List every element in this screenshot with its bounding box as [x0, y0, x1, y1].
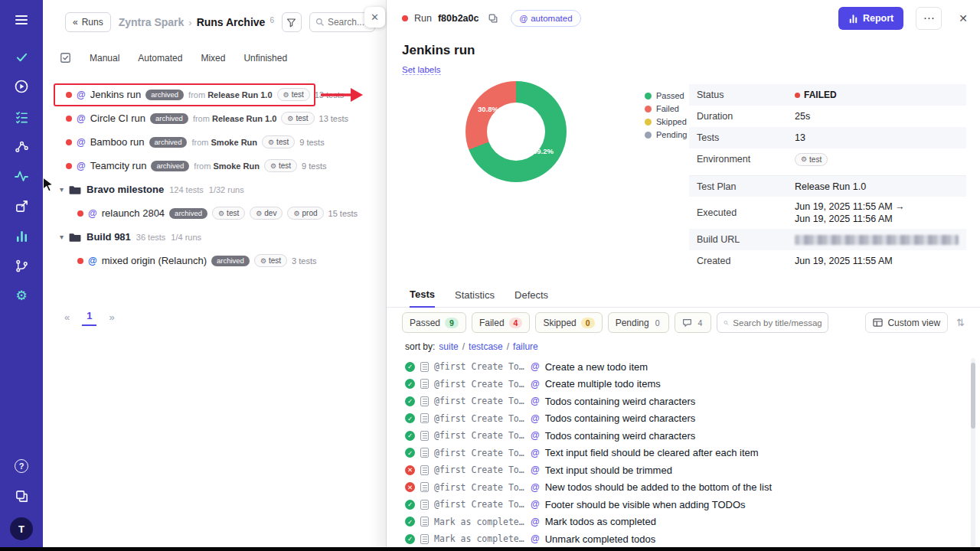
help-icon[interactable]: ?: [13, 458, 30, 474]
run-item-mixed-origin-relaunch[interactable]: @ mixed origin (Relaunch) archived ⚙test…: [43, 249, 386, 272]
tab-statistics[interactable]: Statistics: [455, 289, 495, 307]
test-suite[interactable]: Mark as complete…: [434, 517, 525, 527]
folder-item-build-981[interactable]: ▾ Build 981 36 tests 1/4 runs: [43, 225, 386, 249]
automated-badge[interactable]: @automated: [511, 10, 580, 27]
failed-status-dot: [66, 92, 72, 98]
filter-funnel-button[interactable]: [282, 12, 302, 32]
tab-unfinished[interactable]: Unfinished: [243, 53, 287, 64]
test-suite[interactable]: @first Create To…: [434, 413, 525, 424]
tab-defects[interactable]: Defects: [514, 289, 548, 307]
scrollbar-thumb[interactable]: [971, 363, 975, 429]
test-title[interactable]: Text input field should be cleared after…: [545, 447, 759, 458]
test-row[interactable]: @first Create To…@Todos containing weird…: [405, 393, 956, 410]
menu-icon[interactable]: [13, 11, 30, 28]
folder-item-bravo-milestone[interactable]: ▾ Bravo milestone 124 tests 1/32 runs: [43, 178, 386, 201]
executed-value: Jun 19, 2025 11:55 AM →Jun 19, 2025 11:5…: [795, 197, 905, 229]
run-item-bamboo-run[interactable]: @ Bamboo run archived from Smoke Run ⚙te…: [43, 130, 386, 154]
report-doc-icon: [420, 362, 429, 372]
filter-skipped-button[interactable]: Skipped0: [535, 312, 602, 333]
runs-search-input[interactable]: [328, 17, 368, 28]
test-row[interactable]: @first Create To…@Create a new todo item: [405, 358, 956, 376]
pagination-page-1[interactable]: 1: [82, 308, 96, 326]
check-icon[interactable]: [13, 48, 30, 65]
set-labels-link[interactable]: Set labels: [402, 65, 441, 75]
test-row[interactable]: Mark as complete…@Mark todos as complete…: [405, 514, 956, 531]
sort-by-suite-link[interactable]: suite: [439, 341, 458, 352]
tab-mixed[interactable]: Mixed: [201, 53, 225, 64]
test-status-icon: [405, 517, 415, 527]
test-title[interactable]: Mark todos as completed: [545, 516, 656, 527]
tab-tests[interactable]: Tests: [410, 289, 435, 308]
test-plan-link[interactable]: Release Run 1.0: [795, 181, 866, 192]
play-circle-icon[interactable]: [13, 78, 30, 95]
test-suite[interactable]: Mark as complete…: [434, 533, 525, 544]
filter-failed-button[interactable]: Failed4: [472, 312, 531, 333]
test-suite[interactable]: @first Create To…: [434, 379, 525, 390]
filter-comments-button[interactable]: 4: [675, 312, 712, 333]
run-item-relaunch-2804[interactable]: @ relaunch 2804 archived ⚙test ⚙dev ⚙pro…: [43, 201, 386, 225]
git-branch-icon[interactable]: [13, 257, 30, 274]
test-row[interactable]: @first Create To…@Text input field shoul…: [405, 445, 956, 462]
custom-view-button[interactable]: Custom view: [865, 312, 948, 333]
close-search-icon[interactable]: ✕: [364, 7, 385, 28]
test-status-icon: [405, 362, 415, 372]
test-row[interactable]: @first Create To…@Text input should be t…: [405, 461, 956, 479]
more-options-button[interactable]: ⋯: [916, 7, 942, 30]
test-title[interactable]: Create multiple todo items: [545, 378, 661, 390]
test-title[interactable]: Todos containing weird characters: [545, 396, 696, 407]
run-item-circle-ci-run[interactable]: @ Circle CI run archived from Release Ru…: [43, 106, 386, 130]
close-detail-icon[interactable]: ✕: [959, 12, 968, 24]
filter-passed-button[interactable]: Passed9: [402, 312, 466, 333]
test-suite[interactable]: @first Create To…: [434, 465, 525, 475]
test-title[interactable]: New todos should be added to the bottom …: [545, 481, 772, 493]
test-suite[interactable]: @first Create To…: [434, 448, 525, 458]
test-title[interactable]: Footer should be visible when adding TOD…: [545, 499, 746, 510]
run-item-teamcity-run[interactable]: @ Teamcity run archived from Smoke Run ⚙…: [43, 154, 386, 178]
select-all-icon[interactable]: [60, 52, 71, 64]
archived-badge: archived: [151, 161, 189, 171]
test-status-icon: [405, 413, 415, 423]
tests-search-input[interactable]: [733, 318, 822, 328]
task-list-icon[interactable]: [13, 108, 30, 125]
test-title[interactable]: Unmark completed todos: [545, 533, 656, 545]
report-doc-icon: [420, 500, 429, 510]
gear-icon[interactable]: ⚙: [13, 287, 30, 304]
folders-icon[interactable]: [13, 487, 30, 504]
tab-manual[interactable]: Manual: [90, 53, 119, 64]
test-row[interactable]: @first Create To…@Todos containing weird…: [405, 410, 956, 428]
test-title[interactable]: Text input should be trimmed: [545, 465, 672, 476]
chevron-down-icon[interactable]: ▾: [60, 233, 64, 241]
report-button[interactable]: Report: [838, 7, 903, 30]
activity-icon[interactable]: [13, 168, 30, 184]
failed-status-dot: [77, 258, 83, 264]
test-row[interactable]: @first Create To…@Create multiple todo i…: [405, 376, 956, 393]
sort-columns-icon[interactable]: ⇅: [956, 317, 965, 328]
filter-pending-button[interactable]: Pending0: [608, 312, 669, 333]
test-suite[interactable]: @first Create To…: [434, 482, 525, 493]
test-row[interactable]: @first Create To…@New todos should be ad…: [405, 479, 956, 497]
test-row[interactable]: @first Create To…@Todos containing weird…: [405, 427, 956, 445]
test-suite[interactable]: @first Create To…: [434, 361, 525, 372]
test-suite[interactable]: @first Create To…: [434, 499, 525, 510]
copy-icon[interactable]: [488, 13, 498, 24]
test-title[interactable]: Todos containing weird characters: [545, 430, 696, 442]
breadcrumb-project[interactable]: Zyntra Spark: [119, 16, 185, 28]
test-title[interactable]: Create a new todo item: [545, 361, 648, 373]
test-suite[interactable]: @first Create To…: [434, 396, 525, 406]
test-row[interactable]: Mark as complete…@Unmark completed todos: [405, 530, 956, 548]
test-title[interactable]: Todos containing weird characters: [545, 412, 696, 424]
bar-chart-icon[interactable]: [13, 227, 30, 244]
pagination-next[interactable]: »: [109, 311, 114, 323]
run-item-jenkins-run[interactable]: @ Jenkins run archived from Release Run …: [43, 83, 386, 106]
test-row[interactable]: @first Create To…@Footer should be visib…: [405, 496, 956, 514]
sort-by-testcase-link[interactable]: testcase: [469, 341, 503, 352]
flow-icon[interactable]: [13, 138, 30, 155]
chevron-down-icon[interactable]: ▾: [60, 185, 64, 194]
export-icon[interactable]: [13, 197, 30, 214]
tab-automated[interactable]: Automated: [138, 53, 182, 64]
test-suite[interactable]: @first Create To…: [434, 430, 525, 441]
sort-by-failure-link[interactable]: failure: [513, 341, 538, 352]
pagination-prev[interactable]: «: [64, 311, 70, 323]
back-to-runs-button[interactable]: « Runs: [65, 12, 111, 32]
user-avatar[interactable]: T: [10, 517, 33, 540]
